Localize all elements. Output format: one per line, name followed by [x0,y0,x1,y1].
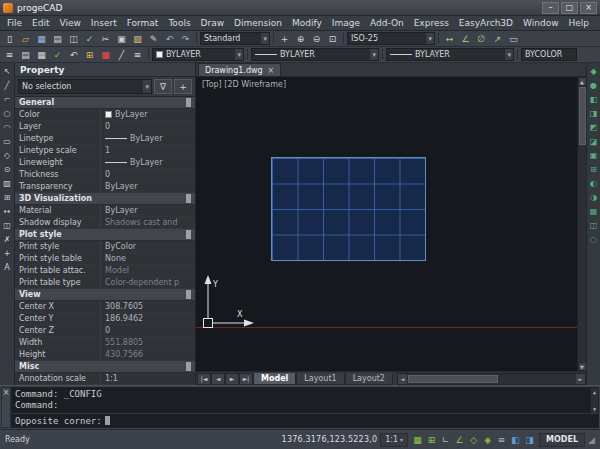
menu-item[interactable]: Window [518,16,564,30]
gouraud-icon[interactable]: ▣ [587,149,600,161]
command-window-grip[interactable]: × [1,387,11,428]
property-value[interactable]: Color-dependent p [101,277,195,288]
menu-item[interactable]: Draw [196,16,230,30]
spelling-icon[interactable]: ✓ [82,32,97,46]
property-value[interactable]: 1 [101,145,195,156]
layer-properties-icon[interactable]: ▤ [18,48,33,62]
sun-icon[interactable]: ○ [587,233,600,245]
workspace-combo[interactable]: Standard ▾ [200,32,270,45]
zoom-in-icon[interactable]: ⊕ [293,32,308,46]
print-preview-icon[interactable]: ◫ [66,32,81,46]
ortho-icon[interactable]: ∟ [439,433,452,446]
hidden-lines-icon[interactable]: ◩ [587,121,600,133]
ellipse-icon[interactable]: ⊙ [1,163,14,175]
layout-tab[interactable]: Layout1 [296,373,344,385]
layers-icon[interactable]: ≡ [2,48,17,62]
property-value[interactable]: ByLayer [101,205,195,216]
annotation-scale-button[interactable]: 1:1 ▾ [380,433,408,447]
undo-icon[interactable]: ↶ [162,32,177,46]
menu-item[interactable]: Dimension [229,16,287,30]
mirror-icon[interactable]: ◫ [1,219,14,231]
lwt-icon[interactable]: ≡ [495,433,508,446]
menu-item[interactable]: Image [327,16,365,30]
menu-item[interactable]: Tools [163,16,195,30]
printstyle-combo[interactable]: BYCOLOR [521,48,577,61]
scroll-right-icon[interactable]: ► [576,374,585,384]
section-header-general[interactable]: General⌃ [15,97,195,109]
layer-previous-icon[interactable]: ↶ [66,48,81,62]
dim-style-icon[interactable]: ▭ [506,32,521,46]
property-value[interactable]: 1:1 [101,373,195,384]
dimstyle-combo[interactable]: ISO-25 ▾ [347,32,435,45]
scroll-down-icon[interactable]: ▼ [578,362,587,371]
zoom-window-icon[interactable]: ⊡ [325,32,340,46]
wireframe-icon[interactable]: ⊞ [587,163,600,175]
polar-icon[interactable]: ∠ [453,433,466,446]
menu-item[interactable]: File [2,16,27,30]
shade-2d-icon[interactable]: ◧ [587,93,600,105]
menu-item[interactable]: Insert [86,16,122,30]
last-layout-button[interactable]: ►| [239,373,253,385]
snap-icon[interactable]: ▦ [411,433,424,446]
command-history[interactable]: Command: _CONFIGCommand: ▲ ▼ [12,388,598,414]
property-value[interactable]: ByLayer [101,109,195,120]
pickadd-button[interactable]: + [174,79,192,94]
shade-3d-icon[interactable]: ◨ [587,107,600,119]
line-icon[interactable]: ╱ [1,79,14,91]
scroll-up-icon[interactable]: ▲ [578,77,587,86]
scrollbar-thumb[interactable] [579,87,586,145]
drawing-viewport[interactable]: [Top] [2D Wireframe] Y X ▲ ▼ [196,77,586,371]
make-layer-current-icon[interactable]: ✓ [50,48,65,62]
save-icon[interactable]: ▦ [34,32,49,46]
maximize-button[interactable]: □ [561,2,578,14]
menu-item[interactable]: Edit [27,16,54,30]
copy-icon[interactable]: ▣ [114,32,129,46]
materials-icon[interactable]: ▦ [587,205,600,217]
section-header-view[interactable]: View⌃ [15,289,195,301]
close-icon[interactable]: × [3,388,10,398]
property-value[interactable]: Shadows cast and [101,217,195,228]
command-input-row[interactable]: Opposite corner: [12,414,598,427]
linetype-combo[interactable]: BYLAYER ▾ [251,48,379,61]
scroll-up-icon[interactable]: ▲ [593,388,596,396]
redo-icon[interactable]: ↷ [178,32,193,46]
rectangle-icon[interactable]: ▭ [1,135,14,147]
hatch-icon[interactable]: ▨ [1,177,14,189]
section-header-misc[interactable]: Misc⌃ [15,361,195,373]
scroll-down-icon[interactable]: ▼ [593,405,596,413]
quick-select-button[interactable]: ∇ [154,79,172,94]
property-value[interactable]: 0 [101,121,195,132]
dim-angular-icon[interactable]: ∠ [458,32,473,46]
lineweight-combo[interactable]: BYLAYER ▾ [386,48,514,61]
model-space-icon[interactable]: ◧ [509,433,522,446]
zoom-out-icon[interactable]: ⊖ [309,32,324,46]
property-value[interactable]: 0 [101,169,195,180]
scrollbar-thumb[interactable] [408,375,498,383]
vertical-scrollbar[interactable]: ▲ ▼ [577,77,586,371]
selection-combo[interactable]: No selection ▾ [18,79,152,94]
close-icon[interactable]: × [268,66,275,75]
open-icon[interactable]: ▱ [18,32,33,46]
horizontal-scrollbar[interactable]: ◄ ► [397,373,586,385]
layer-states-icon[interactable]: ▦ [34,48,49,62]
3d-views-icon[interactable]: ◆ [587,65,600,77]
property-value[interactable]: 430.7566 [101,349,195,360]
render-icon[interactable]: ● [587,79,600,91]
paper-space-icon[interactable]: ◨ [523,433,536,446]
cut-icon[interactable]: ✂ [98,32,113,46]
explorer-icon[interactable]: ⊞ [82,48,97,62]
color-icon[interactable]: ■ [98,48,113,62]
layout-tab[interactable]: Layout2 [345,373,393,385]
menu-item[interactable]: EasyArch3D [454,16,518,30]
close-button[interactable]: × [580,2,597,14]
move-icon[interactable]: + [1,247,14,259]
text-icon[interactable]: A [1,261,14,273]
property-value[interactable]: ByLayer [101,181,195,192]
property-value[interactable]: ByLayer [101,133,195,144]
resize-grip-icon[interactable]: ◢ [588,435,595,445]
minimize-button[interactable]: – [542,2,559,14]
dimension-icon[interactable]: ↔ [1,205,14,217]
command-scrollbar[interactable]: ▲ ▼ [590,388,598,413]
etrack-icon[interactable]: ◈ [481,433,494,446]
property-value[interactable]: 551.8805 [101,337,195,348]
